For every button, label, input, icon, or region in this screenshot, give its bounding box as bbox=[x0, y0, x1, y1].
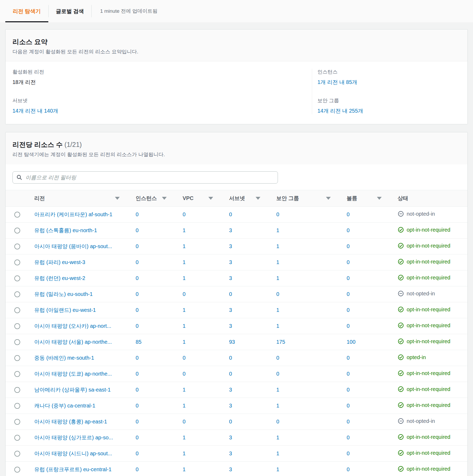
row-select-radio[interactable] bbox=[14, 451, 20, 457]
row-select-radio[interactable] bbox=[14, 435, 20, 441]
subnets-count[interactable]: 3 bbox=[229, 323, 232, 329]
region-filter-input[interactable] bbox=[25, 175, 274, 181]
volumes-count[interactable]: 0 bbox=[347, 355, 350, 361]
subnets-count[interactable]: 3 bbox=[229, 227, 232, 233]
security-groups-count[interactable]: 1 bbox=[276, 450, 279, 456]
row-select-radio[interactable] bbox=[14, 291, 20, 297]
row-select-radio[interactable] bbox=[14, 323, 20, 329]
volumes-count[interactable]: 0 bbox=[347, 323, 350, 329]
subnets-count[interactable]: 0 bbox=[229, 291, 232, 297]
tab-global-search[interactable]: 글로벌 검색 bbox=[49, 0, 92, 22]
instances-count-link[interactable]: 1개 리전 내 85개 bbox=[317, 79, 357, 85]
subnets-count[interactable]: 3 bbox=[229, 435, 232, 440]
instances-count[interactable]: 0 bbox=[136, 243, 139, 249]
volumes-count[interactable]: 0 bbox=[347, 211, 350, 217]
region-link[interactable]: 아시아 태평양 (도쿄) ap-northe... bbox=[34, 371, 112, 377]
vpc-count[interactable]: 1 bbox=[183, 466, 186, 472]
instances-count[interactable]: 0 bbox=[136, 259, 139, 265]
instances-count[interactable]: 0 bbox=[136, 450, 139, 456]
volumes-count[interactable]: 0 bbox=[347, 403, 350, 409]
vpc-count[interactable]: 1 bbox=[183, 435, 186, 440]
volumes-count[interactable]: 0 bbox=[347, 307, 350, 313]
volumes-count[interactable]: 0 bbox=[347, 275, 350, 281]
region-link[interactable]: 남아메리카 (상파울루) sa-east-1 bbox=[34, 387, 111, 393]
vpc-count[interactable]: 1 bbox=[183, 387, 186, 393]
subnets-count[interactable]: 3 bbox=[229, 387, 232, 393]
region-link[interactable]: 유럽 (파리) eu-west-3 bbox=[34, 259, 85, 265]
vpc-count[interactable]: 1 bbox=[183, 259, 186, 265]
row-select-radio[interactable] bbox=[14, 228, 20, 233]
vpc-count[interactable]: 1 bbox=[183, 227, 186, 233]
security-groups-count[interactable]: 0 bbox=[276, 211, 279, 217]
sort-arrow-icon[interactable] bbox=[115, 197, 120, 200]
instances-count[interactable]: 0 bbox=[136, 275, 139, 281]
sort-arrow-icon[interactable] bbox=[377, 197, 382, 200]
sort-arrow-icon[interactable] bbox=[326, 197, 331, 200]
volumes-count[interactable]: 0 bbox=[347, 450, 350, 456]
volumes-count[interactable]: 0 bbox=[347, 419, 350, 424]
security-groups-count[interactable]: 1 bbox=[276, 243, 279, 249]
row-select-radio[interactable] bbox=[14, 371, 20, 377]
security-groups-count[interactable]: 0 bbox=[276, 419, 279, 424]
instances-count[interactable]: 0 bbox=[136, 371, 139, 377]
subnets-count[interactable]: 3 bbox=[229, 450, 232, 456]
instances-count[interactable]: 0 bbox=[136, 435, 139, 440]
row-select-radio[interactable] bbox=[14, 339, 20, 345]
vpc-count[interactable]: 1 bbox=[183, 275, 186, 281]
instances-count[interactable]: 0 bbox=[136, 291, 139, 297]
security-groups-count[interactable]: 1 bbox=[276, 275, 279, 281]
region-link[interactable]: 아시아 태평양 (시드니) ap-sout... bbox=[34, 450, 112, 456]
security-groups-count[interactable]: 1 bbox=[276, 227, 279, 233]
security-groups-count[interactable]: 0 bbox=[276, 371, 279, 377]
region-link[interactable]: 아시아 태평양 (뭄바이) ap-sout... bbox=[34, 243, 112, 249]
subnets-count[interactable]: 3 bbox=[229, 275, 232, 281]
security-groups-count[interactable]: 175 bbox=[276, 339, 285, 345]
vpc-count[interactable]: 1 bbox=[183, 450, 186, 456]
vpc-count[interactable]: 0 bbox=[183, 419, 186, 424]
row-select-radio[interactable] bbox=[14, 307, 20, 313]
subnets-count[interactable]: 0 bbox=[229, 419, 232, 424]
security-groups-count[interactable]: 1 bbox=[276, 403, 279, 409]
subnets-count[interactable]: 0 bbox=[229, 355, 232, 361]
vpc-count[interactable]: 0 bbox=[183, 291, 186, 297]
row-select-radio[interactable] bbox=[14, 355, 20, 361]
subnets-count[interactable]: 3 bbox=[229, 307, 232, 313]
vpc-count[interactable]: 0 bbox=[183, 355, 186, 361]
security-groups-count[interactable]: 0 bbox=[276, 291, 279, 297]
region-link[interactable]: 아프리카 (케이프타운) af-south-1 bbox=[34, 211, 112, 217]
security-groups-count[interactable]: 0 bbox=[276, 355, 279, 361]
volumes-count[interactable]: 0 bbox=[347, 435, 350, 440]
sort-arrow-icon[interactable] bbox=[256, 197, 260, 200]
region-link[interactable]: 캐나다 (중부) ca-central-1 bbox=[34, 403, 95, 409]
vpc-count[interactable]: 1 bbox=[183, 323, 186, 329]
vpc-count[interactable]: 1 bbox=[183, 243, 186, 249]
row-select-radio[interactable] bbox=[14, 403, 20, 409]
instances-count[interactable]: 85 bbox=[136, 339, 141, 345]
volumes-count[interactable]: 100 bbox=[347, 339, 355, 345]
volumes-count[interactable]: 0 bbox=[347, 466, 350, 472]
row-select-radio[interactable] bbox=[14, 212, 20, 218]
volumes-count[interactable]: 0 bbox=[347, 371, 350, 377]
row-select-radio[interactable] bbox=[14, 244, 20, 249]
volumes-count[interactable]: 0 bbox=[347, 227, 350, 233]
instances-count[interactable]: 0 bbox=[136, 355, 139, 361]
vpc-count[interactable]: 0 bbox=[183, 211, 186, 217]
sort-arrow-icon[interactable] bbox=[162, 197, 167, 200]
subnets-count[interactable]: 3 bbox=[229, 243, 232, 249]
subnets-count[interactable]: 0 bbox=[229, 371, 232, 377]
vpc-count[interactable]: 1 bbox=[183, 339, 186, 345]
region-link[interactable]: 유럽 (스톡홀름) eu-north-1 bbox=[34, 227, 97, 233]
subnets-count[interactable]: 3 bbox=[229, 259, 232, 265]
instances-count[interactable]: 0 bbox=[136, 307, 139, 313]
security-groups-count-link[interactable]: 14개 리전 내 255개 bbox=[317, 108, 363, 114]
security-groups-count[interactable]: 1 bbox=[276, 387, 279, 393]
sort-arrow-icon[interactable] bbox=[208, 197, 213, 200]
instances-count[interactable]: 0 bbox=[136, 387, 139, 393]
volumes-count[interactable]: 0 bbox=[347, 387, 350, 393]
security-groups-count[interactable]: 1 bbox=[276, 435, 279, 440]
region-link[interactable]: 유럽 (밀라노) eu-south-1 bbox=[34, 291, 93, 297]
vpc-count[interactable]: 0 bbox=[183, 371, 186, 377]
volumes-count[interactable]: 0 bbox=[347, 291, 350, 297]
instances-count[interactable]: 0 bbox=[136, 466, 139, 472]
security-groups-count[interactable]: 1 bbox=[276, 259, 279, 265]
